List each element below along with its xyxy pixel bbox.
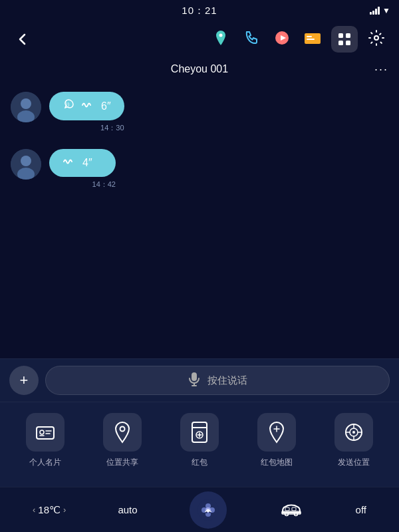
action-item-card[interactable]: 个人名片: [15, 413, 75, 479]
location-share-action-button[interactable]: [103, 413, 142, 452]
voice-wave-icon: [63, 156, 76, 170]
svg-point-10: [374, 36, 378, 40]
svg-rect-8: [338, 41, 343, 45]
more-options-button[interactable]: ···: [374, 63, 388, 76]
message-row: 4″ 14：42: [11, 149, 388, 190]
signal-icon: [370, 7, 380, 15]
phone-nav-icon[interactable]: [239, 26, 263, 50]
status-time: 10：21: [182, 5, 217, 17]
wifi-icon: ▼: [382, 6, 391, 15]
temp-decrease-button[interactable]: ‹: [33, 505, 35, 515]
red-packet-action-button[interactable]: [180, 413, 219, 452]
bottom-bar: ‹ 18℃ › auto off: [0, 487, 399, 532]
action-panel: 个人名片 位置共享 红包: [0, 402, 399, 487]
chat-title-bar: Cheyou 001 ···: [0, 57, 399, 81]
svg-point-26: [120, 427, 125, 432]
nav-icons-group: [209, 26, 388, 53]
voice-play-icon: )): [63, 98, 74, 114]
card-nav-icon[interactable]: [301, 26, 325, 50]
svg-rect-53: [292, 507, 296, 511]
car-icon: [279, 501, 304, 519]
action-item-send-location[interactable]: 发送位置: [324, 413, 384, 479]
voice-bubble[interactable]: )) 6″: [49, 92, 124, 120]
avatar: [11, 92, 41, 122]
voice-wave-icon: [81, 99, 94, 114]
svg-rect-5: [307, 39, 315, 40]
home-center-button[interactable]: [190, 491, 227, 529]
app-grid-nav-icon[interactable]: [331, 26, 358, 53]
message-time-2: 14：42: [92, 180, 116, 190]
svg-point-47: [205, 511, 207, 513]
back-button[interactable]: [11, 27, 35, 51]
svg-rect-18: [192, 372, 197, 381]
power-off-label[interactable]: off: [356, 504, 366, 515]
temperature-control[interactable]: ‹ 18℃ ›: [33, 504, 66, 516]
red-packet-map-action-label: 红包地图: [261, 457, 293, 468]
voice-bubble[interactable]: 4″: [49, 149, 116, 177]
card-action-button[interactable]: [26, 413, 65, 452]
input-panel: + 按住说话: [0, 358, 399, 402]
message-row: )) 6″ 14：30: [11, 92, 388, 133]
svg-rect-4: [307, 36, 312, 37]
svg-point-12: [21, 98, 31, 109]
message-time-1: 14：30: [100, 123, 124, 133]
svg-point-16: [21, 156, 31, 166]
svg-rect-21: [37, 427, 54, 439]
auto-mode-label: auto: [118, 504, 137, 515]
add-attachment-button[interactable]: +: [9, 366, 39, 395]
chat-area: )) 6″ 14：30: [0, 81, 399, 267]
temperature-display: 18℃: [38, 504, 61, 516]
temp-increase-button[interactable]: ›: [63, 505, 66, 515]
svg-rect-52: [285, 507, 289, 511]
action-item-location-share[interactable]: 位置共享: [92, 413, 152, 479]
card-action-label: 个人名片: [29, 457, 61, 468]
action-item-red-packet[interactable]: 红包: [170, 413, 229, 479]
svg-rect-27: [192, 422, 207, 442]
svg-point-35: [352, 431, 355, 434]
voice-duration-1: 6″: [101, 100, 111, 112]
status-bar: 10：21 ▼: [0, 0, 399, 21]
voice-input-bar[interactable]: 按住说话: [45, 366, 390, 395]
message-content: )) 6″ 14：30: [49, 92, 124, 133]
svg-point-48: [209, 511, 210, 513]
send-location-action-button[interactable]: [334, 413, 373, 452]
chat-title: Cheyou 001: [171, 63, 228, 75]
svg-rect-9: [346, 41, 350, 45]
location-share-action-label: 位置共享: [106, 457, 138, 468]
avatar: [11, 149, 41, 180]
action-item-red-packet-map[interactable]: 红包地图: [247, 413, 307, 479]
settings-nav-icon[interactable]: [364, 26, 388, 50]
message-content: 4″ 14：42: [49, 149, 116, 190]
voice-duration-2: 4″: [82, 157, 92, 169]
send-location-action-label: 发送位置: [338, 457, 370, 468]
top-nav: [0, 21, 399, 57]
voice-input-label: 按住说话: [207, 374, 247, 387]
svg-point-22: [40, 430, 44, 434]
status-icons: ▼: [370, 6, 391, 15]
svg-rect-7: [346, 33, 350, 38]
red-packet-map-action-button[interactable]: [257, 413, 296, 452]
svg-point-0: [219, 34, 223, 37]
microphone-icon: [188, 372, 201, 390]
svg-text:)): )): [66, 101, 70, 107]
svg-rect-6: [338, 33, 343, 38]
location-nav-icon[interactable]: [209, 26, 233, 50]
red-packet-action-label: 红包: [192, 457, 207, 468]
media-nav-icon[interactable]: [270, 26, 294, 50]
